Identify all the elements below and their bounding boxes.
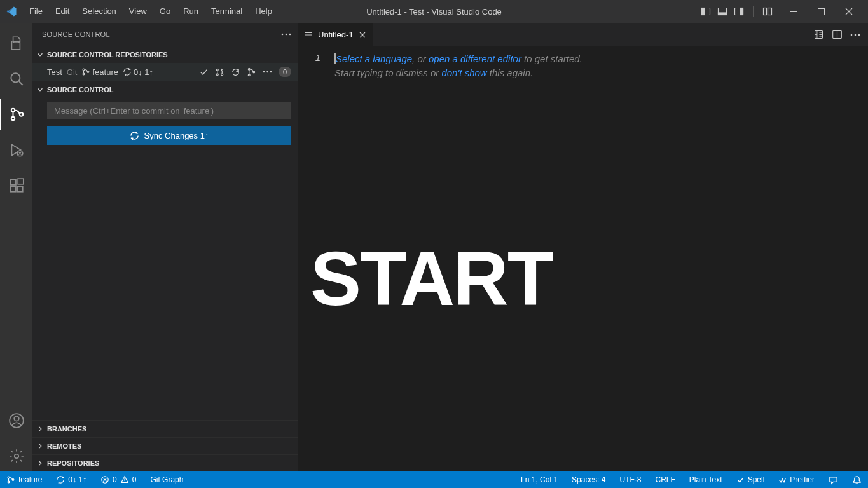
side-bar: SOURCE CONTROL SOURCE CONTROL REPOSITORI…	[32, 23, 298, 471]
prettier-label: Prettier	[790, 475, 815, 484]
svg-point-24	[289, 34, 291, 36]
run-file-icon[interactable]	[813, 29, 824, 40]
svg-point-21	[15, 454, 19, 459]
svg-point-40	[855, 34, 857, 36]
svg-point-42	[8, 477, 10, 478]
svg-rect-9	[818, 8, 824, 15]
status-problems[interactable]: 0 0	[97, 475, 140, 484]
svg-point-32	[248, 74, 250, 76]
status-cursor-pos[interactable]: Ln 1, Col 1	[517, 475, 561, 484]
svg-rect-7	[768, 8, 772, 15]
svg-rect-18	[18, 179, 24, 184]
svg-rect-15	[10, 179, 16, 185]
more-actions-icon[interactable]	[850, 34, 860, 36]
section-branches-head[interactable]: BRANCHES	[32, 420, 298, 437]
close-button[interactable]	[835, 0, 863, 23]
more-actions-icon[interactable]	[281, 33, 291, 36]
explorer-icon[interactable]	[1, 28, 32, 58]
chevron-right-icon	[36, 442, 45, 451]
menu-run[interactable]: Run	[177, 0, 205, 23]
customize-layout-icon[interactable]	[762, 6, 773, 17]
status-bell-icon[interactable]	[848, 475, 865, 485]
status-prettier[interactable]: Prettier	[775, 475, 818, 484]
editor-text: this again.	[487, 67, 534, 78]
minimize-button[interactable]	[779, 0, 807, 23]
tab-untitled[interactable]: Untitled-1	[298, 23, 373, 46]
editor-text: , or	[412, 53, 429, 64]
open-editor-link[interactable]: open a different editor	[429, 53, 521, 64]
section-source-control-head[interactable]: SOURCE CONTROL	[32, 81, 298, 98]
svg-rect-6	[764, 8, 767, 15]
maximize-button[interactable]	[807, 0, 835, 23]
svg-point-13	[20, 112, 23, 116]
svg-rect-17	[17, 186, 23, 192]
commit-icon[interactable]	[199, 67, 209, 77]
line-number: 1	[298, 52, 332, 63]
status-encoding[interactable]: UTF-8	[616, 475, 645, 484]
status-sync[interactable]: 0↓ 1↑	[52, 475, 90, 484]
caret-icon	[387, 193, 387, 207]
close-tab-icon[interactable]	[359, 31, 366, 39]
status-spaces[interactable]: Spaces: 4	[568, 475, 609, 484]
svg-point-39	[851, 34, 853, 36]
status-eol[interactable]: CRLF	[651, 475, 679, 484]
sidebar-title-label: SOURCE CONTROL	[42, 30, 110, 38]
section-label: BRANCHES	[47, 425, 86, 433]
status-branch[interactable]: feature	[3, 475, 46, 484]
status-spell[interactable]: Spell	[733, 475, 769, 484]
menu-help[interactable]: Help	[249, 0, 279, 23]
errors-count: 0	[113, 475, 117, 484]
section-label: REPOSITORIES	[47, 459, 99, 467]
git-graph-icon[interactable]	[247, 67, 256, 77]
section-remotes-head[interactable]: REMOTES	[32, 437, 298, 454]
svg-point-12	[11, 117, 15, 120]
svg-point-23	[286, 34, 287, 36]
create-pr-icon[interactable]	[215, 67, 224, 77]
more-icon[interactable]	[263, 71, 272, 73]
menu-selection[interactable]: Selection	[76, 0, 122, 23]
extensions-icon[interactable]	[1, 170, 32, 201]
svg-rect-5	[741, 8, 743, 15]
svg-rect-3	[719, 13, 727, 15]
split-editor-icon[interactable]	[832, 29, 843, 40]
settings-gear-icon[interactable]	[1, 441, 32, 471]
sync-changes-button[interactable]: Sync Changes 1↑	[47, 126, 291, 145]
menu-go[interactable]: Go	[153, 0, 177, 23]
section-repositories-head[interactable]: SOURCE CONTROL REPOSITORIES	[32, 46, 298, 63]
menu-terminal[interactable]: Terminal	[205, 0, 249, 23]
svg-point-34	[263, 71, 265, 72]
branch-indicator[interactable]: feature	[81, 67, 118, 77]
refresh-icon[interactable]	[231, 67, 240, 77]
layout-bottom-icon[interactable]	[717, 6, 727, 17]
select-language-link[interactable]: Select a language	[336, 53, 412, 64]
accounts-icon[interactable]	[1, 405, 32, 436]
tab-bar: Untitled-1	[298, 23, 868, 47]
window-title: Untitled-1 - Test - Visual Studio Code	[366, 7, 502, 17]
editor-area[interactable]: 1 Select a language, or open a different…	[298, 47, 868, 471]
status-sync-label: 0↓ 1↑	[68, 475, 86, 484]
menu-view[interactable]: View	[123, 0, 153, 23]
layout-right-icon[interactable]	[734, 6, 744, 17]
section-repos-head[interactable]: REPOSITORIES	[32, 454, 298, 471]
source-control-icon[interactable]	[0, 99, 32, 130]
dont-show-link[interactable]: don't show	[441, 67, 486, 78]
search-icon[interactable]	[1, 64, 32, 94]
tab-label: Untitled-1	[318, 30, 354, 39]
svg-point-20	[14, 416, 19, 421]
svg-rect-8	[790, 11, 797, 12]
svg-point-29	[216, 73, 218, 75]
repo-row[interactable]: Test Git feature 0↓ 1↑ 0	[32, 63, 298, 81]
menu-edit[interactable]: Edit	[49, 0, 76, 23]
run-debug-icon[interactable]	[1, 135, 32, 165]
commit-message-input[interactable]	[47, 102, 291, 119]
sync-status[interactable]: 0↓ 1↑	[123, 67, 153, 77]
menu-file[interactable]: File	[23, 0, 49, 23]
status-git-graph[interactable]: Git Graph	[146, 475, 187, 484]
svg-point-30	[221, 73, 223, 75]
status-language[interactable]: Plain Text	[685, 475, 726, 484]
status-feedback-icon[interactable]	[825, 475, 842, 485]
separator	[753, 6, 754, 17]
svg-rect-16	[10, 186, 16, 192]
layout-left-icon[interactable]	[701, 6, 711, 17]
svg-point-31	[248, 68, 250, 70]
